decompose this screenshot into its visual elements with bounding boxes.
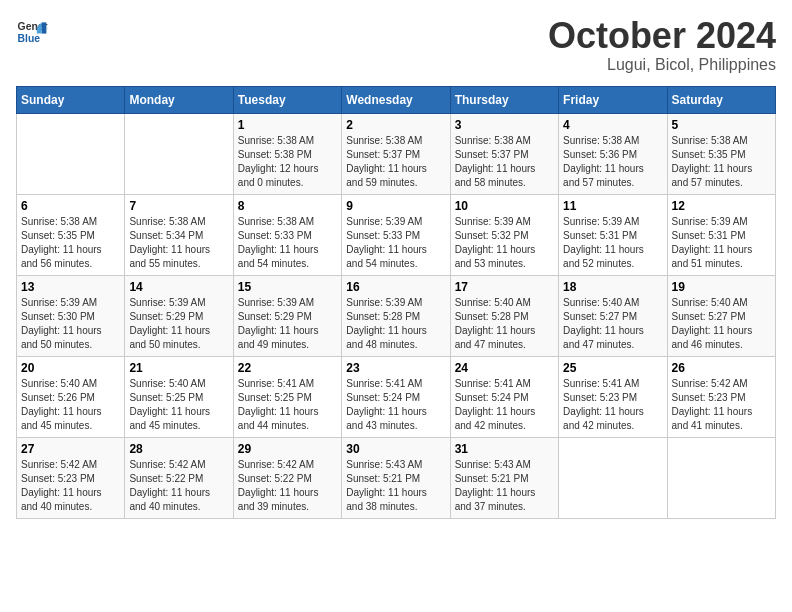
- day-number: 10: [455, 199, 554, 213]
- calendar-header-row: Sunday Monday Tuesday Wednesday Thursday…: [17, 86, 776, 113]
- calendar-table: Sunday Monday Tuesday Wednesday Thursday…: [16, 86, 776, 519]
- logo: General Blue: [16, 16, 48, 48]
- calendar-cell: 7Sunrise: 5:38 AMSunset: 5:34 PMDaylight…: [125, 194, 233, 275]
- day-number: 2: [346, 118, 445, 132]
- day-info: Sunrise: 5:39 AMSunset: 5:29 PMDaylight:…: [238, 296, 337, 352]
- day-info: Sunrise: 5:38 AMSunset: 5:38 PMDaylight:…: [238, 134, 337, 190]
- svg-text:Blue: Blue: [18, 33, 41, 44]
- calendar-week-1: 1Sunrise: 5:38 AMSunset: 5:38 PMDaylight…: [17, 113, 776, 194]
- day-number: 4: [563, 118, 662, 132]
- day-info: Sunrise: 5:39 AMSunset: 5:31 PMDaylight:…: [563, 215, 662, 271]
- day-number: 3: [455, 118, 554, 132]
- day-info: Sunrise: 5:38 AMSunset: 5:36 PMDaylight:…: [563, 134, 662, 190]
- day-info: Sunrise: 5:42 AMSunset: 5:22 PMDaylight:…: [238, 458, 337, 514]
- col-thursday: Thursday: [450, 86, 558, 113]
- day-info: Sunrise: 5:42 AMSunset: 5:23 PMDaylight:…: [21, 458, 120, 514]
- calendar-cell: 10Sunrise: 5:39 AMSunset: 5:32 PMDayligh…: [450, 194, 558, 275]
- col-wednesday: Wednesday: [342, 86, 450, 113]
- day-number: 5: [672, 118, 771, 132]
- day-info: Sunrise: 5:40 AMSunset: 5:28 PMDaylight:…: [455, 296, 554, 352]
- day-info: Sunrise: 5:39 AMSunset: 5:31 PMDaylight:…: [672, 215, 771, 271]
- calendar-cell: 16Sunrise: 5:39 AMSunset: 5:28 PMDayligh…: [342, 275, 450, 356]
- calendar-cell: [667, 437, 775, 518]
- calendar-cell: 17Sunrise: 5:40 AMSunset: 5:28 PMDayligh…: [450, 275, 558, 356]
- calendar-cell: 21Sunrise: 5:40 AMSunset: 5:25 PMDayligh…: [125, 356, 233, 437]
- day-info: Sunrise: 5:42 AMSunset: 5:22 PMDaylight:…: [129, 458, 228, 514]
- day-number: 7: [129, 199, 228, 213]
- calendar-cell: 26Sunrise: 5:42 AMSunset: 5:23 PMDayligh…: [667, 356, 775, 437]
- calendar-cell: 4Sunrise: 5:38 AMSunset: 5:36 PMDaylight…: [559, 113, 667, 194]
- day-number: 29: [238, 442, 337, 456]
- day-info: Sunrise: 5:42 AMSunset: 5:23 PMDaylight:…: [672, 377, 771, 433]
- day-info: Sunrise: 5:41 AMSunset: 5:24 PMDaylight:…: [455, 377, 554, 433]
- day-info: Sunrise: 5:38 AMSunset: 5:37 PMDaylight:…: [346, 134, 445, 190]
- day-info: Sunrise: 5:39 AMSunset: 5:33 PMDaylight:…: [346, 215, 445, 271]
- calendar-cell: 28Sunrise: 5:42 AMSunset: 5:22 PMDayligh…: [125, 437, 233, 518]
- page-header: General Blue October 2024 Lugui, Bicol, …: [16, 16, 776, 74]
- title-block: October 2024 Lugui, Bicol, Philippines: [548, 16, 776, 74]
- calendar-cell: 15Sunrise: 5:39 AMSunset: 5:29 PMDayligh…: [233, 275, 341, 356]
- calendar-cell: 27Sunrise: 5:42 AMSunset: 5:23 PMDayligh…: [17, 437, 125, 518]
- day-number: 19: [672, 280, 771, 294]
- day-info: Sunrise: 5:38 AMSunset: 5:37 PMDaylight:…: [455, 134, 554, 190]
- page-title: October 2024: [548, 16, 776, 56]
- calendar-cell: 22Sunrise: 5:41 AMSunset: 5:25 PMDayligh…: [233, 356, 341, 437]
- calendar-cell: [559, 437, 667, 518]
- day-number: 14: [129, 280, 228, 294]
- calendar-cell: 6Sunrise: 5:38 AMSunset: 5:35 PMDaylight…: [17, 194, 125, 275]
- calendar-week-5: 27Sunrise: 5:42 AMSunset: 5:23 PMDayligh…: [17, 437, 776, 518]
- calendar-week-4: 20Sunrise: 5:40 AMSunset: 5:26 PMDayligh…: [17, 356, 776, 437]
- col-tuesday: Tuesday: [233, 86, 341, 113]
- day-info: Sunrise: 5:40 AMSunset: 5:27 PMDaylight:…: [563, 296, 662, 352]
- day-number: 16: [346, 280, 445, 294]
- calendar-week-3: 13Sunrise: 5:39 AMSunset: 5:30 PMDayligh…: [17, 275, 776, 356]
- calendar-cell: 30Sunrise: 5:43 AMSunset: 5:21 PMDayligh…: [342, 437, 450, 518]
- day-info: Sunrise: 5:41 AMSunset: 5:24 PMDaylight:…: [346, 377, 445, 433]
- calendar-cell: 24Sunrise: 5:41 AMSunset: 5:24 PMDayligh…: [450, 356, 558, 437]
- day-number: 25: [563, 361, 662, 375]
- calendar-cell: 2Sunrise: 5:38 AMSunset: 5:37 PMDaylight…: [342, 113, 450, 194]
- calendar-cell: [17, 113, 125, 194]
- day-info: Sunrise: 5:41 AMSunset: 5:25 PMDaylight:…: [238, 377, 337, 433]
- calendar-cell: 12Sunrise: 5:39 AMSunset: 5:31 PMDayligh…: [667, 194, 775, 275]
- day-info: Sunrise: 5:39 AMSunset: 5:32 PMDaylight:…: [455, 215, 554, 271]
- day-number: 20: [21, 361, 120, 375]
- svg-marker-2: [42, 22, 47, 33]
- day-number: 13: [21, 280, 120, 294]
- calendar-cell: 9Sunrise: 5:39 AMSunset: 5:33 PMDaylight…: [342, 194, 450, 275]
- calendar-cell: 25Sunrise: 5:41 AMSunset: 5:23 PMDayligh…: [559, 356, 667, 437]
- day-info: Sunrise: 5:43 AMSunset: 5:21 PMDaylight:…: [455, 458, 554, 514]
- day-info: Sunrise: 5:39 AMSunset: 5:29 PMDaylight:…: [129, 296, 228, 352]
- col-friday: Friday: [559, 86, 667, 113]
- col-sunday: Sunday: [17, 86, 125, 113]
- calendar-cell: 13Sunrise: 5:39 AMSunset: 5:30 PMDayligh…: [17, 275, 125, 356]
- calendar-cell: 1Sunrise: 5:38 AMSunset: 5:38 PMDaylight…: [233, 113, 341, 194]
- day-number: 11: [563, 199, 662, 213]
- day-number: 24: [455, 361, 554, 375]
- day-info: Sunrise: 5:43 AMSunset: 5:21 PMDaylight:…: [346, 458, 445, 514]
- calendar-cell: 18Sunrise: 5:40 AMSunset: 5:27 PMDayligh…: [559, 275, 667, 356]
- calendar-cell: 29Sunrise: 5:42 AMSunset: 5:22 PMDayligh…: [233, 437, 341, 518]
- day-number: 31: [455, 442, 554, 456]
- calendar-cell: 5Sunrise: 5:38 AMSunset: 5:35 PMDaylight…: [667, 113, 775, 194]
- calendar-cell: 14Sunrise: 5:39 AMSunset: 5:29 PMDayligh…: [125, 275, 233, 356]
- day-info: Sunrise: 5:41 AMSunset: 5:23 PMDaylight:…: [563, 377, 662, 433]
- day-info: Sunrise: 5:40 AMSunset: 5:26 PMDaylight:…: [21, 377, 120, 433]
- day-number: 23: [346, 361, 445, 375]
- calendar-cell: 20Sunrise: 5:40 AMSunset: 5:26 PMDayligh…: [17, 356, 125, 437]
- day-number: 18: [563, 280, 662, 294]
- logo-icon: General Blue: [16, 16, 48, 48]
- day-info: Sunrise: 5:39 AMSunset: 5:30 PMDaylight:…: [21, 296, 120, 352]
- day-number: 22: [238, 361, 337, 375]
- page-subtitle: Lugui, Bicol, Philippines: [548, 56, 776, 74]
- day-number: 21: [129, 361, 228, 375]
- calendar-cell: [125, 113, 233, 194]
- day-number: 27: [21, 442, 120, 456]
- day-info: Sunrise: 5:40 AMSunset: 5:27 PMDaylight:…: [672, 296, 771, 352]
- day-info: Sunrise: 5:38 AMSunset: 5:34 PMDaylight:…: [129, 215, 228, 271]
- day-number: 12: [672, 199, 771, 213]
- day-info: Sunrise: 5:38 AMSunset: 5:33 PMDaylight:…: [238, 215, 337, 271]
- calendar-week-2: 6Sunrise: 5:38 AMSunset: 5:35 PMDaylight…: [17, 194, 776, 275]
- day-number: 17: [455, 280, 554, 294]
- day-number: 30: [346, 442, 445, 456]
